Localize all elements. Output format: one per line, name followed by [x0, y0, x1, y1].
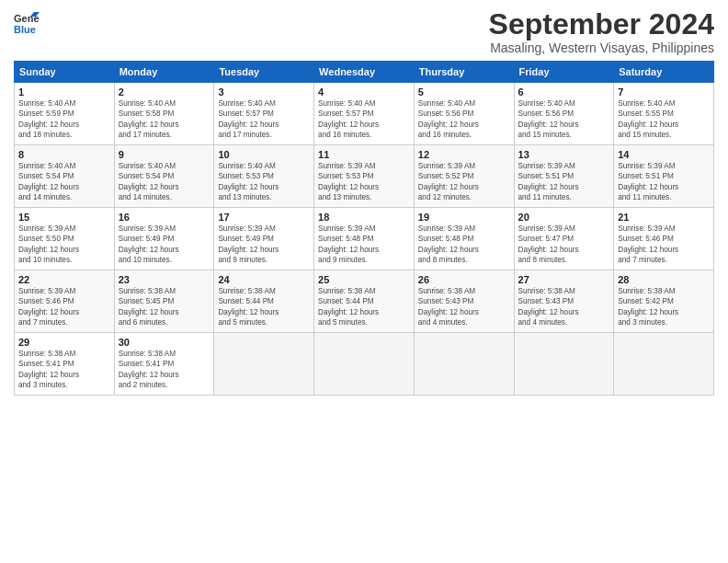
day-detail: Sunrise: 5:40 AM Sunset: 5:56 PM Dayligh… [418, 98, 510, 141]
table-row: 1Sunrise: 5:40 AM Sunset: 5:59 PM Daylig… [15, 83, 714, 145]
day-detail: Sunrise: 5:38 AM Sunset: 5:44 PM Dayligh… [318, 286, 410, 328]
day-detail: Sunrise: 5:38 AM Sunset: 5:43 PM Dayligh… [418, 286, 510, 328]
table-cell: 24Sunrise: 5:38 AM Sunset: 5:44 PM Dayli… [214, 270, 314, 332]
col-tuesday: Tuesday [214, 62, 314, 83]
table-row: 29Sunrise: 5:38 AM Sunset: 5:41 PM Dayli… [15, 332, 714, 395]
day-detail: Sunrise: 5:39 AM Sunset: 5:48 PM Dayligh… [318, 224, 410, 266]
day-number: 16 [119, 212, 210, 223]
day-detail: Sunrise: 5:39 AM Sunset: 5:46 PM Dayligh… [618, 224, 710, 266]
day-detail: Sunrise: 5:40 AM Sunset: 5:56 PM Dayligh… [518, 98, 610, 141]
table-cell: 29Sunrise: 5:38 AM Sunset: 5:41 PM Dayli… [15, 332, 115, 395]
title-area: September 2024 Masaling, Western Visayas… [489, 9, 714, 55]
day-number: 10 [218, 149, 310, 160]
header: General Blue September 2024 Masaling, We… [14, 9, 714, 55]
col-saturday: Saturday [614, 62, 714, 83]
table-cell: 5Sunrise: 5:40 AM Sunset: 5:56 PM Daylig… [414, 83, 514, 145]
table-cell: 26Sunrise: 5:38 AM Sunset: 5:43 PM Dayli… [414, 270, 514, 332]
col-monday: Monday [114, 62, 214, 83]
day-detail: Sunrise: 5:39 AM Sunset: 5:52 PM Dayligh… [418, 161, 510, 203]
day-number: 25 [318, 274, 410, 285]
day-detail: Sunrise: 5:40 AM Sunset: 5:55 PM Dayligh… [618, 98, 710, 141]
day-number: 27 [518, 274, 610, 285]
table-cell: 8Sunrise: 5:40 AM Sunset: 5:54 PM Daylig… [15, 144, 115, 207]
day-detail: Sunrise: 5:40 AM Sunset: 5:57 PM Dayligh… [218, 98, 310, 141]
day-number: 4 [318, 86, 410, 98]
table-cell: 13Sunrise: 5:39 AM Sunset: 5:51 PM Dayli… [514, 144, 614, 207]
logo: General Blue [14, 9, 40, 35]
location-subtitle: Masaling, Western Visayas, Philippines [489, 40, 714, 55]
table-cell: 7Sunrise: 5:40 AM Sunset: 5:55 PM Daylig… [614, 83, 714, 145]
table-cell: 1Sunrise: 5:40 AM Sunset: 5:59 PM Daylig… [15, 83, 115, 145]
day-detail: Sunrise: 5:40 AM Sunset: 5:58 PM Dayligh… [119, 98, 210, 141]
day-number: 12 [418, 149, 510, 160]
day-number: 19 [418, 212, 510, 223]
day-number: 28 [618, 274, 710, 285]
svg-text:Blue: Blue [14, 24, 36, 35]
day-detail: Sunrise: 5:39 AM Sunset: 5:51 PM Dayligh… [618, 161, 710, 203]
day-detail: Sunrise: 5:40 AM Sunset: 5:57 PM Dayligh… [318, 98, 410, 141]
table-cell: 20Sunrise: 5:39 AM Sunset: 5:47 PM Dayli… [514, 207, 614, 270]
day-detail: Sunrise: 5:40 AM Sunset: 5:54 PM Dayligh… [119, 161, 210, 203]
day-number: 22 [18, 274, 110, 285]
day-number: 7 [618, 86, 710, 98]
table-cell: 22Sunrise: 5:39 AM Sunset: 5:46 PM Dayli… [15, 270, 115, 332]
calendar-table: Sunday Monday Tuesday Wednesday Thursday… [14, 61, 714, 396]
day-number: 20 [518, 212, 610, 223]
day-number: 2 [119, 86, 210, 98]
day-number: 21 [618, 212, 710, 223]
table-cell [514, 332, 614, 395]
table-cell [314, 332, 415, 395]
day-number: 30 [119, 337, 210, 348]
day-detail: Sunrise: 5:40 AM Sunset: 5:54 PM Dayligh… [18, 161, 110, 203]
day-detail: Sunrise: 5:39 AM Sunset: 5:50 PM Dayligh… [18, 224, 110, 266]
table-cell [414, 332, 514, 395]
day-number: 17 [218, 212, 310, 223]
logo-icon: General Blue [14, 9, 40, 35]
table-cell: 3Sunrise: 5:40 AM Sunset: 5:57 PM Daylig… [214, 83, 314, 145]
table-cell: 28Sunrise: 5:38 AM Sunset: 5:42 PM Dayli… [614, 270, 714, 332]
month-title: September 2024 [489, 9, 714, 39]
day-detail: Sunrise: 5:39 AM Sunset: 5:47 PM Dayligh… [518, 224, 610, 266]
day-detail: Sunrise: 5:40 AM Sunset: 5:59 PM Dayligh… [18, 98, 110, 141]
table-cell: 14Sunrise: 5:39 AM Sunset: 5:51 PM Dayli… [614, 144, 714, 207]
header-row: Sunday Monday Tuesday Wednesday Thursday… [15, 62, 714, 83]
table-cell: 25Sunrise: 5:38 AM Sunset: 5:44 PM Dayli… [314, 270, 415, 332]
col-friday: Friday [514, 62, 614, 83]
table-cell [214, 332, 314, 395]
day-number: 1 [18, 86, 110, 98]
day-number: 18 [318, 212, 410, 223]
day-number: 9 [119, 149, 210, 160]
table-cell: 2Sunrise: 5:40 AM Sunset: 5:58 PM Daylig… [114, 83, 214, 145]
table-cell: 6Sunrise: 5:40 AM Sunset: 5:56 PM Daylig… [514, 83, 614, 145]
day-detail: Sunrise: 5:39 AM Sunset: 5:51 PM Dayligh… [518, 161, 610, 203]
day-detail: Sunrise: 5:38 AM Sunset: 5:45 PM Dayligh… [119, 286, 210, 328]
table-cell: 18Sunrise: 5:39 AM Sunset: 5:48 PM Dayli… [314, 207, 415, 270]
table-cell: 30Sunrise: 5:38 AM Sunset: 5:41 PM Dayli… [114, 332, 214, 395]
day-detail: Sunrise: 5:38 AM Sunset: 5:44 PM Dayligh… [218, 286, 310, 328]
day-detail: Sunrise: 5:39 AM Sunset: 5:48 PM Dayligh… [418, 224, 510, 266]
col-sunday: Sunday [15, 62, 115, 83]
table-cell: 27Sunrise: 5:38 AM Sunset: 5:43 PM Dayli… [514, 270, 614, 332]
table-row: 22Sunrise: 5:39 AM Sunset: 5:46 PM Dayli… [15, 270, 714, 332]
day-detail: Sunrise: 5:38 AM Sunset: 5:42 PM Dayligh… [618, 286, 710, 328]
day-detail: Sunrise: 5:39 AM Sunset: 5:46 PM Dayligh… [18, 286, 110, 328]
table-cell: 11Sunrise: 5:39 AM Sunset: 5:53 PM Dayli… [314, 144, 415, 207]
col-wednesday: Wednesday [314, 62, 415, 83]
day-number: 24 [218, 274, 310, 285]
day-number: 8 [18, 149, 110, 160]
table-cell: 19Sunrise: 5:39 AM Sunset: 5:48 PM Dayli… [414, 207, 514, 270]
day-number: 11 [318, 149, 410, 160]
day-number: 13 [518, 149, 610, 160]
table-cell: 16Sunrise: 5:39 AM Sunset: 5:49 PM Dayli… [114, 207, 214, 270]
table-cell: 15Sunrise: 5:39 AM Sunset: 5:50 PM Dayli… [15, 207, 115, 270]
day-number: 3 [218, 86, 310, 98]
day-number: 23 [119, 274, 210, 285]
day-detail: Sunrise: 5:39 AM Sunset: 5:49 PM Dayligh… [218, 224, 310, 266]
day-detail: Sunrise: 5:39 AM Sunset: 5:53 PM Dayligh… [318, 161, 410, 203]
table-cell: 4Sunrise: 5:40 AM Sunset: 5:57 PM Daylig… [314, 83, 415, 145]
table-cell: 23Sunrise: 5:38 AM Sunset: 5:45 PM Dayli… [114, 270, 214, 332]
col-thursday: Thursday [414, 62, 514, 83]
day-detail: Sunrise: 5:38 AM Sunset: 5:41 PM Dayligh… [119, 349, 210, 391]
day-number: 14 [618, 149, 710, 160]
table-row: 8Sunrise: 5:40 AM Sunset: 5:54 PM Daylig… [15, 144, 714, 207]
